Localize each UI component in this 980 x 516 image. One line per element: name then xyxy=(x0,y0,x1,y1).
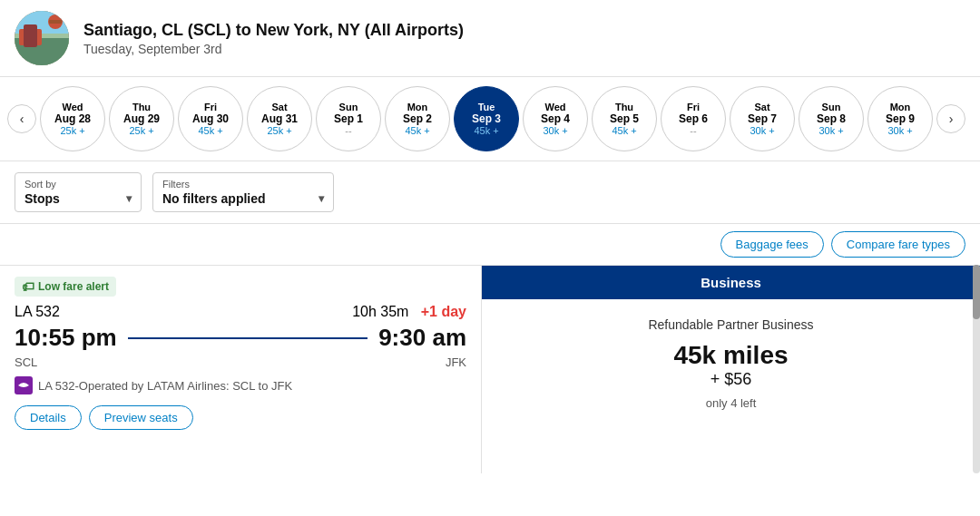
flight-duration: 10h 35m xyxy=(352,304,408,319)
day-name: Sun xyxy=(822,102,841,112)
scroll-thumb[interactable] xyxy=(973,265,980,319)
airline-logo xyxy=(15,376,33,394)
flight-airports: SCL JFK xyxy=(15,355,466,369)
header-text: Santiago, CL (SCL) to New York, NY (All … xyxy=(83,21,464,56)
fare-panel-header: Business xyxy=(482,266,980,299)
filters-row: Sort by Stops ▾ Filters No filters appli… xyxy=(0,161,980,224)
flight-number: LA 532 xyxy=(15,304,60,320)
route-title: Santiago, CL (SCL) to New York, NY (All … xyxy=(83,21,464,40)
day-date: Aug 29 xyxy=(123,112,160,125)
filter-value-row: No filters applied ▾ xyxy=(162,191,324,206)
day-price: 30k + xyxy=(887,125,912,136)
day-date: Sep 4 xyxy=(541,112,570,125)
flight-actions: Details Preview seats xyxy=(15,405,466,430)
day-name: Wed xyxy=(62,102,83,112)
flight-card: 🏷 Low fare alert LA 532 10h 35m +1 day 1… xyxy=(0,265,481,473)
date-pill-Sep-7[interactable]: SatSep 730k + xyxy=(730,86,795,151)
arrive-time: 9:30 am xyxy=(378,324,466,352)
filter-value: No filters applied xyxy=(162,191,266,206)
date-picker: ‹ WedAug 2825k +ThuAug 2925k +FriAug 304… xyxy=(0,77,980,161)
date-pill-Sep-1[interactable]: SunSep 1-- xyxy=(316,86,381,151)
date-pill-Aug-29[interactable]: ThuAug 2925k + xyxy=(109,86,174,151)
sort-chevron-icon: ▾ xyxy=(126,192,132,205)
low-fare-badge: 🏷 Low fare alert xyxy=(15,277,116,297)
baggage-fees-btn[interactable]: Baggage fees xyxy=(720,231,824,258)
flight-times: 10:55 pm 9:30 am xyxy=(15,324,466,352)
svg-rect-4 xyxy=(24,24,37,47)
day-price: 45k + xyxy=(198,125,222,136)
travel-date: Tuesday, September 3rd xyxy=(83,42,464,56)
day-price: 30k + xyxy=(818,125,843,136)
flight-meta: LA 532 10h 35m +1 day xyxy=(15,304,466,320)
date-pills-container: WedAug 2825k +ThuAug 2925k +FriAug 3045k… xyxy=(40,86,933,151)
day-date: Sep 5 xyxy=(610,112,639,125)
day-price: 25k + xyxy=(129,125,153,136)
date-pill-Aug-30[interactable]: FriAug 3045k + xyxy=(178,86,243,151)
day-name: Sat xyxy=(754,102,769,112)
tag-icon: 🏷 xyxy=(22,279,34,294)
flight-duration-plus: 10h 35m +1 day xyxy=(352,304,466,320)
fare-cash: + $56 xyxy=(500,370,962,389)
sort-dropdown[interactable]: Sort by Stops ▾ xyxy=(15,172,142,212)
day-date: Sep 7 xyxy=(748,112,777,125)
day-price: 25k + xyxy=(267,125,291,136)
day-name: Tue xyxy=(478,102,495,112)
date-pill-Sep-6[interactable]: FriSep 6-- xyxy=(661,86,726,151)
flight-plus-day: +1 day xyxy=(421,304,466,319)
depart-airport: SCL xyxy=(15,355,37,369)
compare-fare-types-btn[interactable]: Compare fare types xyxy=(831,231,965,258)
day-date: Aug 30 xyxy=(192,112,229,125)
day-name: Thu xyxy=(132,102,151,112)
flight-line xyxy=(128,337,368,339)
date-pill-Sep-3[interactable]: TueSep 345k + xyxy=(454,86,519,151)
day-name: Fri xyxy=(204,102,217,112)
day-date: Aug 28 xyxy=(54,112,91,125)
filter-chevron-icon: ▾ xyxy=(318,192,324,205)
date-pill-Sep-8[interactable]: SunSep 830k + xyxy=(799,86,864,151)
sort-label: Sort by xyxy=(24,179,132,190)
day-date: Sep 8 xyxy=(817,112,846,125)
destination-avatar xyxy=(15,11,69,65)
day-name: Mon xyxy=(407,102,428,112)
day-name: Fri xyxy=(687,102,700,112)
day-price: 30k + xyxy=(543,125,567,136)
fare-availability: only 4 left xyxy=(500,396,962,410)
filter-dropdown[interactable]: Filters No filters applied ▾ xyxy=(152,172,334,212)
next-date-btn[interactable]: › xyxy=(936,104,965,133)
sort-value: Stops xyxy=(24,191,60,206)
day-price: -- xyxy=(345,125,351,136)
fare-panel: Business Refundable Partner Business 45k… xyxy=(481,265,980,473)
fare-type-label: Refundable Partner Business xyxy=(500,317,962,332)
day-price: 45k + xyxy=(612,125,636,136)
fare-panel-body: Refundable Partner Business 45k miles + … xyxy=(482,299,980,428)
prev-date-btn[interactable]: ‹ xyxy=(7,104,36,133)
date-pill-Sep-4[interactable]: WedSep 430k + xyxy=(523,86,588,151)
svg-rect-6 xyxy=(49,20,62,24)
date-pill-Sep-2[interactable]: MonSep 245k + xyxy=(385,86,450,151)
arrive-airport: JFK xyxy=(446,355,466,369)
sort-value-row: Stops ▾ xyxy=(24,191,132,206)
day-name: Sun xyxy=(339,102,358,112)
filter-label: Filters xyxy=(162,179,324,190)
day-price: -- xyxy=(690,125,696,136)
day-name: Wed xyxy=(544,102,565,112)
preview-seats-btn[interactable]: Preview seats xyxy=(89,405,193,430)
day-name: Thu xyxy=(615,102,633,112)
day-price: 25k + xyxy=(60,125,84,136)
day-price: 30k + xyxy=(750,125,774,136)
day-price: 45k + xyxy=(474,125,498,136)
date-pill-Aug-28[interactable]: WedAug 2825k + xyxy=(40,86,105,151)
day-name: Mon xyxy=(890,102,911,112)
date-pill-Sep-9[interactable]: MonSep 930k + xyxy=(867,86,933,151)
action-buttons: Baggage fees Compare fare types xyxy=(0,224,980,265)
date-pill-Sep-5[interactable]: ThuSep 545k + xyxy=(592,86,657,151)
day-date: Sep 2 xyxy=(403,112,432,125)
date-pill-Aug-31[interactable]: SatAug 3125k + xyxy=(247,86,312,151)
fare-miles: 45k miles xyxy=(500,341,962,370)
scroll-track xyxy=(973,265,980,473)
depart-time: 10:55 pm xyxy=(15,324,117,352)
details-btn[interactable]: Details xyxy=(15,405,82,430)
main-container: Santiago, CL (SCL) to New York, NY (All … xyxy=(0,0,980,516)
flight-area: 🏷 Low fare alert LA 532 10h 35m +1 day 1… xyxy=(0,265,980,473)
day-date: Sep 9 xyxy=(886,112,915,125)
